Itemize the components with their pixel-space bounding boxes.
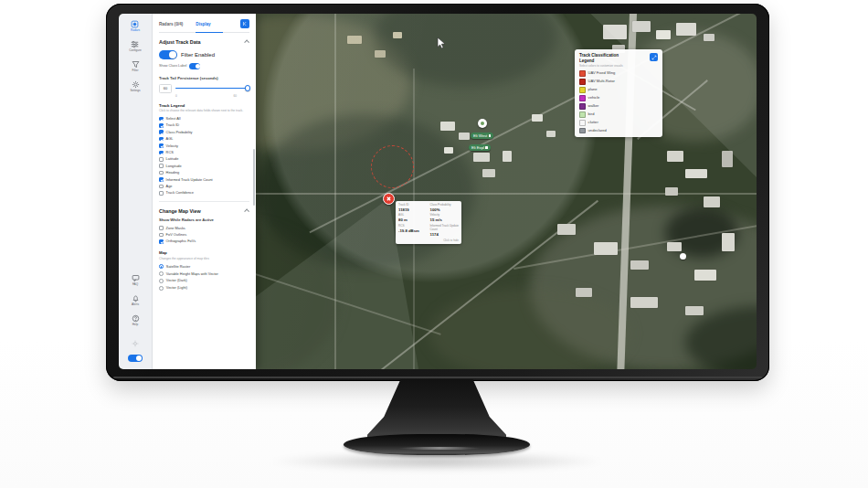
- checkbox[interactable]: [159, 177, 164, 182]
- photo-stage: Eli West Eli Expl Track ID 11819: [0, 0, 868, 488]
- rail-item-help[interactable]: Help: [132, 314, 140, 326]
- section-divider: [159, 201, 249, 202]
- radar-icon: [131, 20, 139, 28]
- sliders-icon: [131, 40, 139, 48]
- checkbox[interactable]: [159, 130, 164, 134]
- rail-item-faq[interactable]: FAQ: [132, 274, 140, 286]
- tab-radars[interactable]: Radars (0/4): [159, 22, 183, 27]
- rail-item-filter[interactable]: Filter: [132, 60, 140, 72]
- checkbox[interactable]: [159, 171, 164, 175]
- track-legend-title: Track Legend: [159, 103, 249, 108]
- chevron-up-icon: [244, 208, 249, 214]
- legend-field-checkbox-row[interactable]: Track ID: [159, 122, 249, 129]
- map-style-radio-row[interactable]: Satellite Raster: [159, 263, 249, 271]
- legend-field-checkbox-row[interactable]: Class Probability: [159, 129, 249, 135]
- legend-field-checkbox-row[interactable]: Track Confidence: [159, 190, 249, 196]
- change-map-view-header[interactable]: Change Map View: [159, 208, 249, 214]
- brightness-icon[interactable]: [132, 334, 139, 351]
- collapse-left-icon: [242, 21, 248, 27]
- map-description: Changes the appearance of map tiles: [159, 257, 249, 260]
- radio-button[interactable]: [159, 279, 164, 283]
- checkbox[interactable]: [159, 239, 164, 244]
- filter-enabled-toggle[interactable]: [159, 50, 177, 59]
- slider-handle[interactable]: [245, 85, 251, 91]
- track-legend-description: Click to choose the relevant data fields…: [159, 109, 249, 112]
- filter-enabled-label: Filter Enabled: [181, 52, 215, 58]
- map-style-radio-row[interactable]: Variable Height Maps with Vector: [159, 271, 249, 278]
- checkbox[interactable]: [159, 157, 164, 162]
- overlay-checkbox-row[interactable]: Orthographic FoVs: [159, 239, 249, 245]
- track-legend-options: Select All Track ID Class Probability: [159, 115, 249, 196]
- radars-active-label: Show While Radars are Active: [159, 217, 249, 222]
- overlay-checkbox-row[interactable]: Zone Masks: [159, 225, 249, 231]
- panel-scrollbar[interactable]: [253, 149, 255, 206]
- legend-field-checkbox-row[interactable]: Select All: [159, 115, 249, 122]
- rail-bottom-toggle[interactable]: [128, 355, 143, 362]
- legend-field-checkbox-row[interactable]: RCS: [159, 149, 249, 155]
- adjust-track-data-header[interactable]: Adjust Track Data: [159, 39, 249, 45]
- persistence-label: Track Tail Persistence (seconds): [159, 76, 249, 80]
- checkbox[interactable]: [159, 191, 164, 196]
- persistence-slider[interactable]: [175, 85, 249, 92]
- rail-item-alerts[interactable]: Alerts: [132, 294, 140, 306]
- legend-field-checkbox-row[interactable]: Heading: [159, 169, 249, 175]
- slider-min-label: 0: [175, 94, 177, 98]
- legend-field-checkbox-row[interactable]: AGL: [159, 135, 249, 142]
- legend-field-checkbox-row[interactable]: Latitude: [159, 156, 249, 163]
- rail-item-radars[interactable]: Radars: [131, 20, 140, 32]
- map-title: Map: [159, 250, 249, 255]
- checkbox[interactable]: [159, 123, 164, 128]
- stand-base-gleam: [398, 447, 481, 450]
- show-class-label-text: Show Class Label: [159, 64, 186, 68]
- icon-rail: Radars Configure Filter Settings FAQ A: [119, 14, 153, 369]
- bell-icon: [132, 294, 140, 302]
- checkbox[interactable]: [159, 226, 164, 230]
- panel-tabs: Radars (0/4) Display: [159, 19, 249, 33]
- checkbox[interactable]: [159, 185, 164, 189]
- mouse-cursor: [437, 37, 447, 49]
- slider-max-label: 60: [233, 94, 237, 98]
- map-style-options: Satellite Raster Variable Height Maps wi…: [159, 263, 249, 292]
- overlay-options: Zone Masks FoV Outlines Orthographic FoV…: [159, 225, 249, 245]
- rail-item-settings[interactable]: Settings: [130, 80, 140, 92]
- checkbox[interactable]: [159, 164, 164, 168]
- checkbox[interactable]: [159, 137, 164, 142]
- monitor-stand-neck: [367, 379, 506, 440]
- legend-field-checkbox-row[interactable]: Longitude: [159, 163, 249, 169]
- overlay-checkbox-row[interactable]: FoV Outlines: [159, 231, 249, 238]
- map-style-radio-row[interactable]: Vector (Dark): [159, 278, 249, 285]
- bezel-edge-highlight: [113, 377, 762, 378]
- radio-button[interactable]: [159, 271, 164, 276]
- funnel-icon: [132, 60, 140, 69]
- display-settings-panel: Radars (0/4) Display Adjust Track Data F…: [153, 14, 256, 369]
- app-screen: Eli West Eli Expl Track ID 11819: [119, 14, 757, 369]
- chat-icon: [132, 274, 140, 282]
- persistence-input[interactable]: 60: [159, 84, 172, 93]
- checkbox[interactable]: [159, 233, 164, 238]
- rail-item-configure[interactable]: Configure: [129, 40, 141, 52]
- checkbox[interactable]: [159, 117, 164, 122]
- show-class-label-toggle[interactable]: [189, 63, 200, 69]
- floor-shadow: [261, 451, 612, 472]
- legend-field-checkbox-row[interactable]: Age: [159, 183, 249, 189]
- panel-collapse-button[interactable]: [240, 19, 249, 28]
- legend-field-checkbox-row[interactable]: Informed Track Update Count: [159, 176, 249, 183]
- checkbox[interactable]: [159, 143, 164, 148]
- chevron-up-icon: [244, 39, 249, 45]
- gear-icon: [132, 80, 140, 89]
- checkbox[interactable]: [159, 151, 164, 155]
- map-style-radio-row[interactable]: Vector (Light): [159, 284, 249, 292]
- section-title: Adjust Track Data: [159, 39, 201, 45]
- help-icon: [132, 314, 140, 323]
- section-title: Change Map View: [159, 208, 201, 214]
- legend-field-checkbox-row[interactable]: Velocity: [159, 143, 249, 149]
- radio-button[interactable]: [159, 264, 164, 269]
- radio-button[interactable]: [159, 286, 164, 291]
- tab-display[interactable]: Display: [196, 22, 210, 27]
- active-tab-underline: [196, 32, 223, 33]
